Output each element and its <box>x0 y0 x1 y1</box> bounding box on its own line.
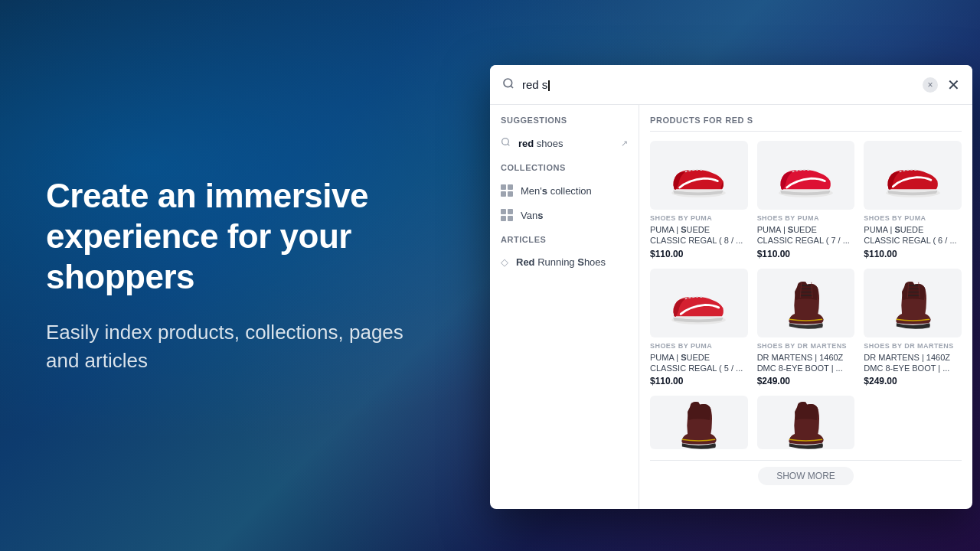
product-image-6 <box>864 269 962 337</box>
product-name-6: DR MARTENS | 1460Z DMC 8-EYE BOOT | ... <box>864 352 962 374</box>
product-name-1: PUMA | SUEDE CLASSIC REGAL ( 8 / ... <box>650 224 748 246</box>
product-price-2: $110.00 <box>757 249 855 259</box>
articles-section-title: Articles <box>490 235 639 250</box>
product-card-5[interactable]: SHOES BY DR MARTENS DR MARTENS | 1460Z D… <box>757 269 855 387</box>
product-price-5: $249.00 <box>757 376 855 386</box>
suggestions-section-title: Suggestions <box>490 116 639 131</box>
product-name-3: PUMA | SUEDE CLASSIC REGAL ( 6 / ... <box>864 224 962 246</box>
product-brand-1: SHOES BY PUMA <box>650 214 748 222</box>
product-image-1 <box>650 141 748 210</box>
product-brand-5: SHOES BY DR MARTENS <box>757 342 855 350</box>
products-header: Products for red s <box>650 116 962 132</box>
product-image-8 <box>757 396 855 449</box>
search-results: Suggestions red shoes ↗ Collections Me <box>490 105 972 509</box>
product-price-6: $249.00 <box>864 376 962 386</box>
product-image-7 <box>650 396 748 449</box>
suggestion-arrow-icon: ↗ <box>621 139 628 148</box>
collection-icon-2 <box>501 209 513 221</box>
search-input[interactable]: red s <box>522 78 923 91</box>
collection-item-vans[interactable]: Vans <box>490 203 639 227</box>
product-card-8[interactable] <box>757 396 855 454</box>
product-price-1: $110.00 <box>650 249 748 259</box>
product-card-4[interactable]: SHOES BY PUMA PUMA | SUEDE CLASSIC REGAL… <box>650 269 748 387</box>
product-card-3[interactable]: SHOES BY PUMA PUMA | SUEDE CLASSIC REGAL… <box>864 141 962 259</box>
product-image-3 <box>864 141 962 210</box>
article-item-red-running-shoes[interactable]: ◇ Red Running Shoes <box>490 250 639 274</box>
product-brand-3: SHOES BY PUMA <box>864 214 962 222</box>
search-clear-button[interactable]: × <box>923 77 938 93</box>
sub-text: Easily index products, collections, page… <box>46 319 444 375</box>
products-grid: SHOES BY PUMA PUMA | SUEDE CLASSIC REGAL… <box>650 141 962 386</box>
search-modal: red s × ✕ Suggestions red shoes ↗ C <box>490 65 972 509</box>
collections-section-title: Collections <box>490 163 639 178</box>
product-image-2 <box>757 141 855 210</box>
collection-item-mens[interactable]: Men's collection <box>490 178 639 203</box>
suggestions-column: Suggestions red shoes ↗ Collections Me <box>490 105 639 509</box>
products-column: Products for red s <box>639 105 972 509</box>
article-label: Red Running Shoes <box>516 256 606 268</box>
main-heading: Create an immersive experience for your … <box>46 176 444 297</box>
collection-vans-label: Vans <box>521 210 543 221</box>
article-icon: ◇ <box>501 256 508 268</box>
product-image-5 <box>757 269 855 337</box>
cursor <box>548 80 550 91</box>
product-name-5: DR MARTENS | 1460Z DMC 8-EYE BOOT | ... <box>757 352 855 374</box>
left-panel: Create an immersive experience for your … <box>46 176 444 374</box>
product-card-1[interactable]: SHOES BY PUMA PUMA | SUEDE CLASSIC REGAL… <box>650 141 748 259</box>
collection-icon <box>501 184 513 197</box>
product-name-2: PUMA | SUEDE CLASSIC REGAL ( 7 / ... <box>757 224 855 246</box>
product-brand-2: SHOES BY PUMA <box>757 214 855 222</box>
svg-point-0 <box>504 79 512 87</box>
svg-point-1 <box>502 139 509 145</box>
products-grid-bottom <box>650 396 962 454</box>
product-card-6[interactable]: SHOES BY DR MARTENS DR MARTENS | 1460Z D… <box>864 269 962 387</box>
product-name-4: PUMA | SUEDE CLASSIC REGAL ( 5 / ... <box>650 352 748 374</box>
collection-mens-label: Men's collection <box>521 185 592 197</box>
product-price-3: $110.00 <box>864 249 962 259</box>
show-more-bar: SHOW MORE <box>650 460 962 491</box>
product-price-4: $110.00 <box>650 376 748 386</box>
search-bar: red s × ✕ <box>490 65 972 105</box>
search-icon <box>502 77 514 93</box>
search-suggestion-icon <box>501 137 511 149</box>
product-brand-6: SHOES BY DR MARTENS <box>864 342 962 350</box>
product-card-7[interactable] <box>650 396 748 454</box>
product-card-2[interactable]: SHOES BY PUMA PUMA | SUEDE CLASSIC REGAL… <box>757 141 855 259</box>
product-brand-4: SHOES BY PUMA <box>650 342 748 350</box>
show-more-button[interactable]: SHOW MORE <box>758 467 854 485</box>
product-card-empty <box>864 396 962 454</box>
search-close-button[interactable]: ✕ <box>947 77 960 93</box>
suggestion-text: red shoes <box>518 138 564 149</box>
suggestion-item-red-shoes[interactable]: red shoes ↗ <box>490 131 639 155</box>
product-image-4 <box>650 269 748 337</box>
